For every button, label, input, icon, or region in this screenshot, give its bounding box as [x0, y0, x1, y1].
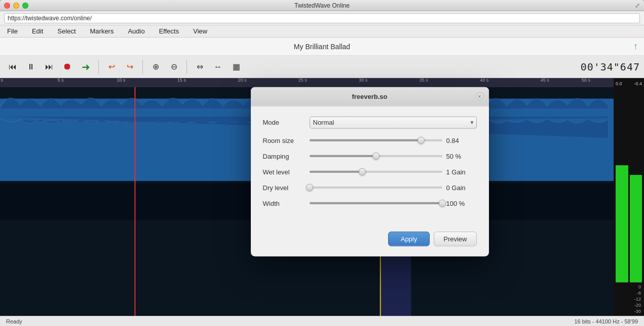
dry-level-slider[interactable] [310, 187, 442, 189]
dialog-title: freeverb.so [352, 92, 387, 100]
width-row: Width 100 % [263, 199, 477, 207]
wet-level-value: 1 Gain [446, 168, 477, 175]
apply-button[interactable]: Apply [388, 231, 430, 246]
mode-select-wrapper: Normal Frozen ▼ [310, 116, 477, 128]
room-size-slider[interactable] [310, 139, 442, 141]
dialog-close-button[interactable]: × [476, 92, 484, 100]
width-value: 100 % [446, 199, 477, 207]
dry-level-row: Dry level 0 Gain [263, 184, 477, 191]
preview-button[interactable]: Preview [434, 231, 476, 246]
dialog-header: freeverb.so × [251, 87, 489, 106]
wet-level-row: Wet level 1 Gain [263, 168, 477, 175]
mode-row: Mode Normal Frozen ▼ [263, 116, 477, 128]
room-size-label: Room size [263, 136, 304, 144]
mode-select[interactable]: Normal Frozen [310, 116, 477, 128]
damping-slider[interactable] [310, 155, 442, 157]
damping-row: Damping 50 % [263, 152, 477, 160]
wet-level-control: 1 Gain [310, 168, 477, 175]
width-control: 100 % [310, 199, 477, 207]
width-slider[interactable] [310, 202, 442, 204]
room-size-row: Room size 0.84 [263, 136, 477, 144]
dry-level-control: 0 Gain [310, 184, 477, 191]
room-size-control: 0.84 [310, 136, 477, 144]
damping-control: 50 % [310, 152, 477, 160]
mode-control: Normal Frozen ▼ [310, 116, 477, 128]
damping-label: Damping [263, 152, 304, 160]
dialog-body: Mode Normal Frozen ▼ Room size [251, 106, 489, 225]
wet-level-slider[interactable] [310, 171, 442, 173]
width-label: Width [263, 199, 304, 207]
freeverb-dialog: freeverb.so × Mode Normal Frozen ▼ [251, 87, 489, 256]
mode-label: Mode [263, 119, 304, 126]
room-size-value: 0.84 [446, 136, 477, 144]
dialog-footer: Apply Preview [251, 225, 489, 256]
dry-level-value: 0 Gain [446, 184, 477, 191]
wet-level-label: Wet level [263, 168, 304, 175]
dialog-overlay: freeverb.so × Mode Normal Frozen ▼ [0, 0, 644, 326]
dry-level-label: Dry level [263, 184, 304, 191]
damping-value: 50 % [446, 152, 477, 160]
